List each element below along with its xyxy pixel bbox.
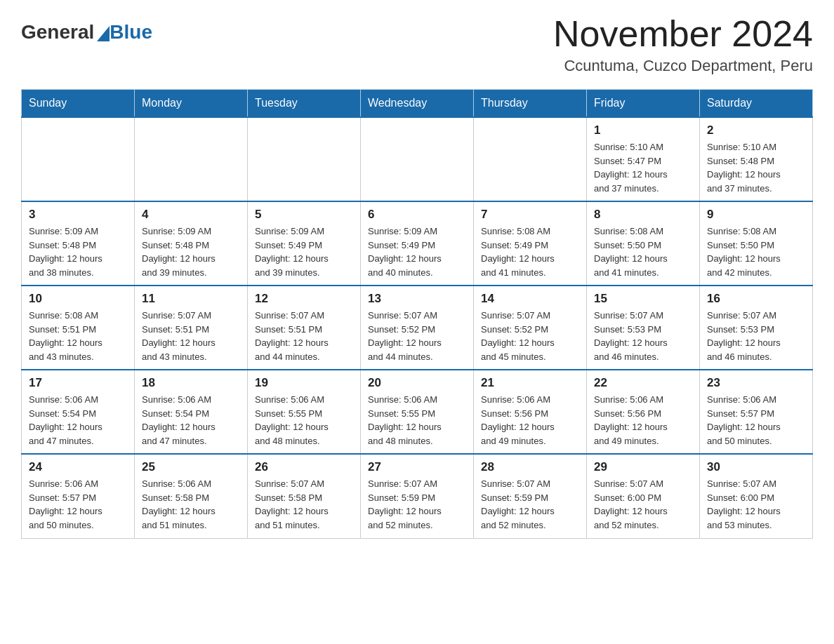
day-number: 2 xyxy=(707,123,805,137)
calendar-cell xyxy=(474,117,587,201)
calendar-cell: 7Sunrise: 5:08 AM Sunset: 5:49 PM Daylig… xyxy=(474,201,587,286)
calendar-cell: 5Sunrise: 5:09 AM Sunset: 5:49 PM Daylig… xyxy=(248,201,361,286)
day-number: 30 xyxy=(707,460,805,474)
day-number: 12 xyxy=(255,292,353,306)
page-subtitle: Ccuntuma, Cuzco Department, Peru xyxy=(553,57,813,75)
day-info: Sunrise: 5:06 AM Sunset: 5:55 PM Dayligh… xyxy=(255,393,353,448)
day-info: Sunrise: 5:08 AM Sunset: 5:49 PM Dayligh… xyxy=(481,224,579,279)
calendar-cell: 26Sunrise: 5:07 AM Sunset: 5:58 PM Dayli… xyxy=(248,454,361,538)
day-info: Sunrise: 5:10 AM Sunset: 5:47 PM Dayligh… xyxy=(594,140,692,195)
day-number: 7 xyxy=(481,208,579,222)
calendar-cell: 13Sunrise: 5:07 AM Sunset: 5:52 PM Dayli… xyxy=(361,286,474,370)
calendar-cell: 9Sunrise: 5:08 AM Sunset: 5:50 PM Daylig… xyxy=(700,201,813,286)
col-header-tuesday: Tuesday xyxy=(248,90,361,118)
day-info: Sunrise: 5:06 AM Sunset: 5:56 PM Dayligh… xyxy=(594,393,692,448)
calendar-table: SundayMondayTuesdayWednesdayThursdayFrid… xyxy=(21,89,813,539)
title-area: November 2024 Ccuntuma, Cuzco Department… xyxy=(553,14,813,75)
calendar-cell: 24Sunrise: 5:06 AM Sunset: 5:57 PM Dayli… xyxy=(22,454,135,538)
day-info: Sunrise: 5:07 AM Sunset: 5:53 PM Dayligh… xyxy=(594,309,692,363)
day-info: Sunrise: 5:07 AM Sunset: 5:52 PM Dayligh… xyxy=(481,309,579,363)
calendar-cell: 14Sunrise: 5:07 AM Sunset: 5:52 PM Dayli… xyxy=(474,286,587,370)
logo: General Blue xyxy=(21,21,152,43)
col-header-thursday: Thursday xyxy=(474,90,587,118)
day-number: 17 xyxy=(29,376,127,390)
day-number: 10 xyxy=(29,292,127,306)
week-row-5: 24Sunrise: 5:06 AM Sunset: 5:57 PM Dayli… xyxy=(22,454,813,538)
calendar-cell: 29Sunrise: 5:07 AM Sunset: 6:00 PM Dayli… xyxy=(587,454,700,538)
day-info: Sunrise: 5:07 AM Sunset: 6:00 PM Dayligh… xyxy=(594,477,692,532)
day-info: Sunrise: 5:09 AM Sunset: 5:49 PM Dayligh… xyxy=(255,224,353,279)
calendar-cell: 4Sunrise: 5:09 AM Sunset: 5:48 PM Daylig… xyxy=(135,201,248,286)
calendar-cell: 28Sunrise: 5:07 AM Sunset: 5:59 PM Dayli… xyxy=(474,454,587,538)
calendar-cell: 25Sunrise: 5:06 AM Sunset: 5:58 PM Dayli… xyxy=(135,454,248,538)
day-number: 5 xyxy=(255,208,353,222)
calendar-header-row: SundayMondayTuesdayWednesdayThursdayFrid… xyxy=(22,90,813,118)
day-number: 6 xyxy=(368,208,466,222)
day-number: 19 xyxy=(255,376,353,390)
day-info: Sunrise: 5:08 AM Sunset: 5:51 PM Dayligh… xyxy=(29,309,127,363)
calendar-cell: 11Sunrise: 5:07 AM Sunset: 5:51 PM Dayli… xyxy=(135,286,248,370)
day-number: 18 xyxy=(142,376,240,390)
day-info: Sunrise: 5:06 AM Sunset: 5:55 PM Dayligh… xyxy=(368,393,466,448)
calendar-cell: 15Sunrise: 5:07 AM Sunset: 5:53 PM Dayli… xyxy=(587,286,700,370)
calendar-cell: 16Sunrise: 5:07 AM Sunset: 5:53 PM Dayli… xyxy=(700,286,813,370)
calendar-cell: 23Sunrise: 5:06 AM Sunset: 5:57 PM Dayli… xyxy=(700,370,813,454)
day-info: Sunrise: 5:06 AM Sunset: 5:57 PM Dayligh… xyxy=(29,477,127,532)
calendar-cell: 20Sunrise: 5:06 AM Sunset: 5:55 PM Dayli… xyxy=(361,370,474,454)
day-number: 9 xyxy=(707,208,805,222)
calendar-cell xyxy=(22,117,135,201)
calendar-cell: 30Sunrise: 5:07 AM Sunset: 6:00 PM Dayli… xyxy=(700,454,813,538)
calendar-cell: 6Sunrise: 5:09 AM Sunset: 5:49 PM Daylig… xyxy=(361,201,474,286)
calendar-cell: 3Sunrise: 5:09 AM Sunset: 5:48 PM Daylig… xyxy=(22,201,135,286)
day-info: Sunrise: 5:06 AM Sunset: 5:54 PM Dayligh… xyxy=(142,393,240,448)
calendar-cell xyxy=(361,117,474,201)
logo-general-text: General xyxy=(21,21,94,43)
day-number: 8 xyxy=(594,208,692,222)
day-number: 3 xyxy=(29,208,127,222)
calendar-cell: 1Sunrise: 5:10 AM Sunset: 5:47 PM Daylig… xyxy=(587,117,700,201)
day-number: 23 xyxy=(707,376,805,390)
day-number: 27 xyxy=(368,460,466,474)
day-info: Sunrise: 5:07 AM Sunset: 5:52 PM Dayligh… xyxy=(368,309,466,363)
day-info: Sunrise: 5:06 AM Sunset: 5:56 PM Dayligh… xyxy=(481,393,579,448)
day-number: 14 xyxy=(481,292,579,306)
col-header-wednesday: Wednesday xyxy=(361,90,474,118)
calendar-cell: 12Sunrise: 5:07 AM Sunset: 5:51 PM Dayli… xyxy=(248,286,361,370)
col-header-saturday: Saturday xyxy=(700,90,813,118)
day-info: Sunrise: 5:07 AM Sunset: 5:51 PM Dayligh… xyxy=(142,309,240,363)
day-info: Sunrise: 5:07 AM Sunset: 5:51 PM Dayligh… xyxy=(255,309,353,363)
day-info: Sunrise: 5:08 AM Sunset: 5:50 PM Dayligh… xyxy=(594,224,692,279)
day-info: Sunrise: 5:09 AM Sunset: 5:48 PM Dayligh… xyxy=(142,224,240,279)
week-row-4: 17Sunrise: 5:06 AM Sunset: 5:54 PM Dayli… xyxy=(22,370,813,454)
day-number: 13 xyxy=(368,292,466,306)
day-number: 16 xyxy=(707,292,805,306)
calendar-cell: 10Sunrise: 5:08 AM Sunset: 5:51 PM Dayli… xyxy=(22,286,135,370)
day-info: Sunrise: 5:06 AM Sunset: 5:57 PM Dayligh… xyxy=(707,393,805,448)
day-number: 21 xyxy=(481,376,579,390)
logo-triangle-icon xyxy=(97,26,110,41)
calendar-cell xyxy=(135,117,248,201)
calendar-cell: 17Sunrise: 5:06 AM Sunset: 5:54 PM Dayli… xyxy=(22,370,135,454)
calendar-cell: 21Sunrise: 5:06 AM Sunset: 5:56 PM Dayli… xyxy=(474,370,587,454)
page-header: General Blue November 2024 Ccuntuma, Cuz… xyxy=(21,14,813,75)
day-info: Sunrise: 5:09 AM Sunset: 5:49 PM Dayligh… xyxy=(368,224,466,279)
col-header-monday: Monday xyxy=(135,90,248,118)
day-info: Sunrise: 5:08 AM Sunset: 5:50 PM Dayligh… xyxy=(707,224,805,279)
day-info: Sunrise: 5:06 AM Sunset: 5:54 PM Dayligh… xyxy=(29,393,127,448)
week-row-1: 1Sunrise: 5:10 AM Sunset: 5:47 PM Daylig… xyxy=(22,117,813,201)
week-row-3: 10Sunrise: 5:08 AM Sunset: 5:51 PM Dayli… xyxy=(22,286,813,370)
day-number: 26 xyxy=(255,460,353,474)
day-info: Sunrise: 5:07 AM Sunset: 5:59 PM Dayligh… xyxy=(368,477,466,532)
day-info: Sunrise: 5:06 AM Sunset: 5:58 PM Dayligh… xyxy=(142,477,240,532)
day-info: Sunrise: 5:10 AM Sunset: 5:48 PM Dayligh… xyxy=(707,140,805,195)
calendar-cell xyxy=(248,117,361,201)
day-info: Sunrise: 5:07 AM Sunset: 5:53 PM Dayligh… xyxy=(707,309,805,363)
day-info: Sunrise: 5:07 AM Sunset: 6:00 PM Dayligh… xyxy=(707,477,805,532)
page-title: November 2024 xyxy=(553,14,813,54)
col-header-sunday: Sunday xyxy=(22,90,135,118)
day-number: 24 xyxy=(29,460,127,474)
day-number: 1 xyxy=(594,123,692,137)
day-info: Sunrise: 5:07 AM Sunset: 5:59 PM Dayligh… xyxy=(481,477,579,532)
day-number: 15 xyxy=(594,292,692,306)
logo-blue-text: Blue xyxy=(110,21,152,43)
